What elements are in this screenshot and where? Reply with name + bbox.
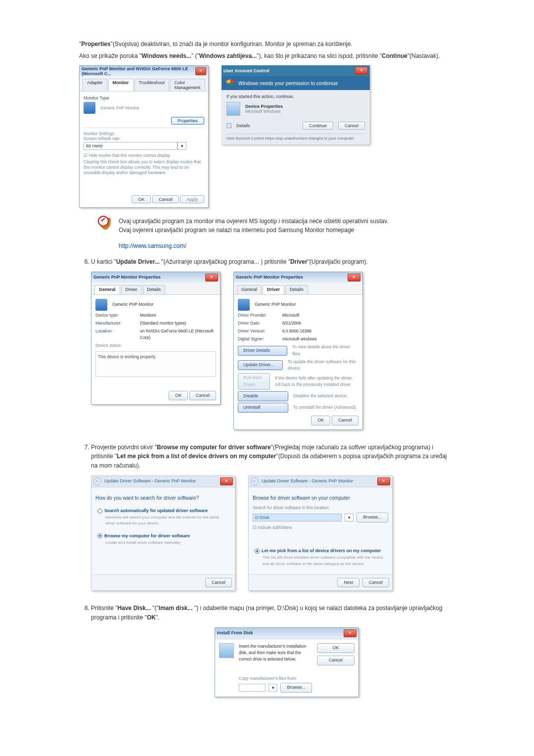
monitor-icon (95, 299, 107, 311)
note-line-2: Ovaj ovjereni upravljački program se nal… (119, 226, 388, 235)
ok-button[interactable]: OK (132, 195, 151, 203)
expand-icon[interactable] (226, 123, 231, 128)
cancel-button[interactable]: Cancel (317, 656, 355, 665)
disable-button[interactable]: Disable (238, 391, 288, 401)
tab-color-management[interactable]: Color Management (170, 79, 205, 91)
window-title: Generic PnP Monitor Properties (236, 274, 303, 281)
option-let-me-pick[interactable]: Let me pick from a list of device driver… (253, 545, 388, 570)
update-wizard-1: ← Update Driver Software - Generic PnP M… (91, 475, 235, 591)
close-icon[interactable]: × (344, 629, 356, 637)
window-title: Update Driver Software - Generic PnP Mon… (262, 478, 353, 485)
letme-sub: This list will show installed driver sof… (263, 555, 386, 567)
tab-driver[interactable]: Driver (263, 285, 284, 294)
properties-button[interactable]: Properties (171, 117, 204, 125)
samsung-link[interactable]: http://www.samsung.com/ (119, 242, 186, 249)
tab-troubleshoot[interactable]: Troubleshoot (134, 79, 169, 91)
settings-header: Monitor Settings (84, 131, 204, 136)
date-value: 6/21/2006 (282, 320, 301, 327)
details-link[interactable]: Details (236, 123, 250, 128)
cancel-button[interactable]: Cancel (205, 578, 232, 588)
uac-item-title: Device Properties (245, 104, 283, 109)
devtype-value: Monitors (140, 312, 156, 319)
uninstall-button[interactable]: Uninstall (238, 403, 288, 413)
figure-row-1: Generic PnP Monitor and NVIDIA GeForce 6… (79, 65, 455, 208)
driver-details-desc: To view details about the driver files. (292, 344, 358, 357)
close-icon[interactable]: × (377, 477, 390, 485)
browse-button[interactable]: Browse... (356, 513, 388, 522)
chevron-down-icon[interactable]: ▾ (178, 142, 186, 150)
chevron-down-icon[interactable]: ▾ (345, 514, 354, 521)
opt2-sub: Locate and install driver software manua… (105, 540, 229, 546)
note-line-1: Ovaj upravljački program za monitor ima … (119, 217, 388, 226)
titlebar: Generic PnP Monitor and NVIDIA GeForce 6… (80, 66, 208, 77)
tab-details[interactable]: Details (285, 285, 308, 294)
back-icon[interactable]: ← (93, 477, 101, 485)
close-icon[interactable]: × (348, 274, 360, 282)
tab-monitor[interactable]: Monitor (108, 79, 134, 91)
update-wizard-2: ← Update Driver Software - Generic PnP M… (248, 475, 393, 591)
option-auto-search[interactable]: Search automatically for updated driver … (95, 505, 231, 530)
device-heading: Generic PnP Monitor (255, 301, 296, 308)
next-button[interactable]: Next (337, 578, 359, 588)
ok-button[interactable]: OK (311, 416, 330, 425)
certified-shield-icon (99, 217, 113, 231)
copy-path-input[interactable] (239, 684, 266, 692)
browse-button[interactable]: Browse... (280, 683, 312, 693)
tab-adapter[interactable]: Adapter (83, 79, 107, 91)
cancel-button[interactable]: Cancel (332, 416, 358, 425)
hide-modes-desc: Clearing this check box allows you to se… (84, 159, 204, 176)
tab-general[interactable]: General (237, 285, 262, 294)
document-page: "Properties"(Svojstva) deaktiviran, to z… (0, 0, 534, 730)
date-label: Driver Date: (238, 320, 277, 327)
continue-button[interactable]: Continue (303, 122, 333, 130)
update-driver-desc: To update the driver software for this d… (288, 359, 358, 372)
back-icon[interactable]: ← (251, 477, 259, 485)
step-8: Pritisnite "Have Disk... "("Imam disk...… (91, 604, 455, 697)
wizard-heading: How do you want to search for driver sof… (95, 494, 231, 502)
checkbox-include-sub[interactable]: ☑ (253, 525, 257, 530)
close-icon[interactable]: × (220, 477, 233, 485)
apply-button: Apply (180, 195, 204, 203)
include-sub-label: Include subfolders (258, 525, 292, 530)
driver-details-button[interactable]: Driver Details (238, 346, 287, 356)
copy-from-label: Copy manufacturer's files from: (239, 675, 312, 682)
update-driver-button[interactable]: Update Driver... (238, 360, 283, 370)
device-properties-general: Generic PnP Monitor Properties × General… (91, 272, 221, 405)
cancel-button[interactable]: Cancel (152, 195, 179, 203)
close-icon[interactable]: × (205, 274, 218, 282)
chevron-down-icon[interactable]: ▾ (268, 684, 277, 692)
ok-button[interactable]: OK (169, 391, 188, 401)
signer-label: Digital Signer: (238, 336, 277, 342)
option-browse-computer[interactable]: Browse my computer for driver software L… (95, 530, 231, 549)
uac-titlebar: User Account Control × (222, 65, 370, 76)
cancel-button[interactable]: Cancel (362, 578, 389, 588)
step-7: Provjerite potvrdni okvir "Browse my com… (91, 443, 455, 591)
status-box: This device is working properly. (95, 351, 216, 377)
refresh-select[interactable]: 60 Hertz (84, 142, 178, 150)
ok-button[interactable]: OK (317, 643, 355, 653)
tabs: Adapter Monitor Troubleshoot Color Manag… (80, 77, 208, 91)
cancel-button[interactable]: Cancel (189, 391, 216, 401)
manuf-label: Manufacturer: (95, 320, 135, 327)
path-input[interactable]: D:\Disk (253, 514, 342, 521)
signer-value: microsoft windows (282, 336, 316, 342)
cancel-button[interactable]: Cancel (338, 122, 365, 130)
uac-headline-strip: Windows needs your permission to contion… (222, 76, 370, 90)
tab-driver[interactable]: Driver (121, 285, 142, 294)
version-value: 6.0.6000.16386 (282, 328, 312, 334)
step-6: U kartici "Update Driver... "(Ažuriranje… (91, 257, 455, 430)
tab-general[interactable]: General (94, 285, 120, 294)
close-icon[interactable]: × (355, 67, 368, 75)
uac-item-sub: Microsoft Windows (245, 109, 283, 114)
close-icon[interactable]: × (195, 67, 206, 75)
rollback-button: Roll Back Driver (238, 373, 270, 390)
opt1-sub: Windows will search your computer and th… (105, 515, 229, 527)
uac-footer: User Account Control helps stop unauthor… (226, 134, 365, 141)
location-value: on NVIDIA GeForce 6600 LE (Microsoft Cor… (140, 328, 216, 341)
version-label: Driver Version: (238, 328, 277, 334)
provider-label: Driver Provider: (238, 312, 277, 319)
tab-details[interactable]: Details (143, 285, 166, 294)
checkbox-hide-modes[interactable]: ☑ (84, 153, 88, 158)
ifd-message: Insert the manufacturer's installation d… (239, 643, 312, 663)
monitor-type-label: Monitor Type (84, 95, 123, 100)
